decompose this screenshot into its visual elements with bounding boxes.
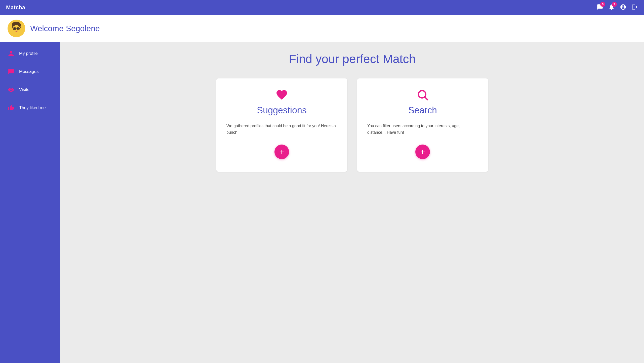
notifications-badge: 7 (612, 2, 617, 7)
svg-point-5 (17, 28, 19, 29)
heart-icon (275, 88, 288, 102)
messages-icon-wrapper[interactable]: 5 (597, 4, 603, 11)
logout-icon (631, 4, 638, 11)
notifications-icon-wrapper[interactable]: 7 (608, 4, 615, 11)
search-description: You can filter users according to your i… (367, 123, 478, 135)
welcome-heading: Welcome Segolene (30, 24, 100, 33)
sidebar-label-they-liked-me: They liked me (19, 105, 46, 110)
search-title: Search (408, 105, 437, 116)
app-logo: Matcha (6, 4, 25, 11)
logout-icon-wrapper[interactable] (631, 4, 638, 11)
welcome-bar: Welcome Segolene (0, 15, 644, 42)
main-content: Find your perfect Match Suggestions We g… (60, 42, 644, 363)
person-icon (8, 50, 15, 57)
search-card: Search You can filter users according to… (357, 78, 488, 172)
account-circle-icon (620, 4, 626, 11)
sidebar-item-they-liked-me[interactable]: They liked me (0, 99, 60, 117)
main-layout: My profile Messages Visits They liked me… (0, 42, 644, 363)
sidebar-item-visits[interactable]: Visits (0, 81, 60, 99)
avatar (8, 20, 25, 37)
message-icon (8, 68, 15, 75)
suggestions-card: Suggestions We gathered profiles that co… (216, 78, 347, 172)
svg-point-4 (14, 28, 16, 29)
sidebar: My profile Messages Visits They liked me (0, 42, 60, 363)
suggestions-description: We gathered profiles that could be a goo… (226, 123, 337, 135)
search-add-button[interactable]: + (415, 145, 430, 159)
sidebar-item-messages[interactable]: Messages (0, 63, 60, 81)
search-icon (416, 88, 429, 102)
header-icons: 5 7 (597, 4, 638, 11)
sidebar-item-my-profile[interactable]: My profile (0, 44, 60, 63)
svg-line-10 (425, 97, 428, 100)
eye-icon (8, 86, 15, 93)
sidebar-label-messages: Messages (19, 69, 38, 74)
thumb-up-icon (8, 104, 15, 111)
page-title: Find your perfect Match (75, 52, 629, 66)
svg-point-9 (418, 90, 426, 98)
account-icon-wrapper[interactable] (620, 4, 626, 11)
cards-row: Suggestions We gathered profiles that co… (75, 78, 629, 172)
suggestions-add-button[interactable]: + (274, 145, 289, 159)
header: Matcha 5 7 (0, 0, 644, 15)
messages-badge: 5 (600, 2, 605, 7)
suggestions-title: Suggestions (257, 105, 307, 116)
sidebar-label-visits: Visits (19, 87, 29, 92)
sidebar-label-my-profile: My profile (19, 51, 38, 56)
